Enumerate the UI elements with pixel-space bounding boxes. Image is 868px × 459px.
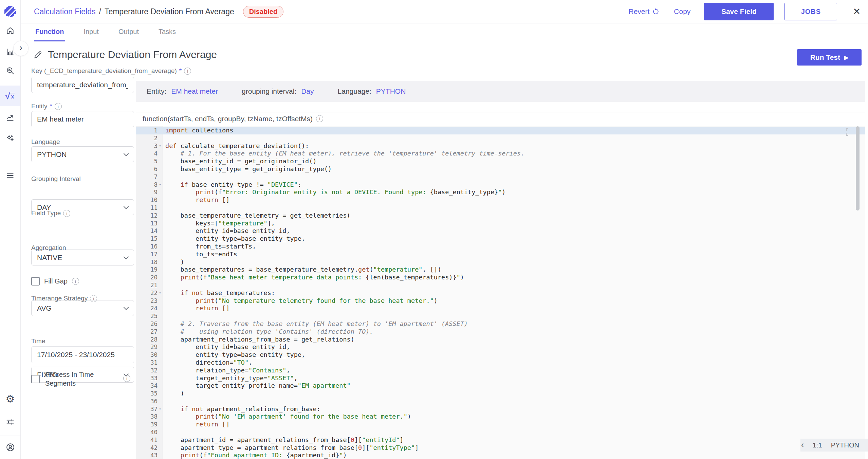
context-interval-value[interactable]: Day (301, 87, 314, 95)
code-line[interactable]: entity_id=base_entity_id, (163, 227, 865, 235)
code-line[interactable] (163, 173, 865, 181)
process-in-time-segments-checkbox[interactable] (31, 375, 40, 383)
search-pulse-icon[interactable] (0, 63, 20, 78)
copy-button[interactable]: Copy (674, 7, 690, 16)
code-line[interactable]: relation_type="Contains", (163, 367, 865, 374)
code-line[interactable]: apartment_relations_from_base = get_rela… (163, 336, 865, 344)
code-line[interactable]: print(f"Error: Originator entity is not … (163, 188, 865, 196)
menu-lines-icon[interactable] (0, 168, 20, 183)
code-line[interactable]: target_entity_type="ASSET", (163, 374, 865, 382)
code-line[interactable]: base_temperature_telemetry = get_telemet… (163, 212, 865, 220)
code-line[interactable]: print(f"Found apartment ID: {apartment_i… (163, 452, 865, 459)
line-number: 24 (150, 305, 158, 312)
editor-code[interactable]: import collections def calculate_tempera… (163, 126, 865, 459)
code-line[interactable]: ) (163, 258, 865, 266)
rail-divider (0, 21, 20, 21)
code-line[interactable]: base_temperatures = base_temperature_tel… (163, 266, 865, 274)
code-editor[interactable]: 123▾45678▾910111213141516171819202122▾23… (136, 126, 865, 459)
jobs-button[interactable]: JOBS (784, 3, 837, 20)
code-line[interactable]: base_entity_type = get_originator_type() (163, 165, 865, 173)
code-line[interactable]: # 1. For the base entity (EM heat meter)… (163, 150, 865, 158)
chevron-left-icon[interactable]: ‹ (801, 441, 804, 450)
code-line[interactable]: entity_type=base_entity_type, (163, 235, 865, 243)
fold-arrow-icon[interactable]: ▾ (158, 142, 163, 150)
code-line[interactable]: ) (163, 390, 865, 398)
close-icon[interactable]: ✕ (853, 6, 861, 17)
code-line[interactable]: def calculate_temperature_deviation(): (163, 142, 865, 150)
sparkles-icon[interactable] (0, 131, 20, 146)
code-line[interactable]: direction="TO", (163, 359, 865, 367)
tab-input[interactable]: Input (82, 24, 100, 41)
code-line[interactable]: apartment_type = apartment_relations_fro… (163, 444, 865, 452)
fold-arrow-icon[interactable]: ▾ (158, 405, 163, 413)
code-line[interactable]: import collections (163, 127, 865, 134)
key-input[interactable] (31, 77, 134, 93)
code-line[interactable]: return [] (163, 305, 865, 312)
info-icon[interactable] (55, 103, 62, 110)
code-line[interactable] (163, 428, 865, 436)
code-line[interactable]: print("No 'EM apartment' found for the b… (163, 413, 865, 421)
editor-scrollbar[interactable] (856, 126, 860, 210)
info-icon[interactable] (123, 375, 130, 382)
code-line[interactable]: return [] (163, 196, 865, 204)
fold-arrow-icon[interactable]: ▾ (158, 289, 163, 297)
save-field-button[interactable]: Save Field (704, 3, 774, 20)
field-type-select[interactable]: NATIVE (31, 250, 134, 265)
code-line[interactable]: return [] (163, 421, 865, 428)
code-line[interactable] (163, 134, 865, 142)
info-icon[interactable] (90, 295, 97, 302)
run-test-button[interactable]: Run Test ▶ (797, 49, 862, 66)
tab-output[interactable]: Output (117, 24, 140, 41)
context-language-value[interactable]: PYTHON (376, 87, 406, 95)
breadcrumb-parent-link[interactable]: Calculation Fields (34, 7, 96, 16)
info-icon[interactable] (316, 115, 323, 122)
home-icon[interactable] (0, 23, 20, 38)
tab-tasks[interactable]: Tasks (157, 24, 177, 41)
code-line[interactable] (163, 281, 865, 289)
time-field-label: Time (31, 337, 45, 345)
code-line[interactable] (163, 312, 865, 320)
code-line[interactable]: base_entity_id = get_originator_id() (163, 158, 865, 165)
code-line[interactable]: from_ts=startTs, (163, 243, 865, 251)
code-line[interactable]: if not apartment_relations_from_base: (163, 405, 865, 413)
fold-arrow-icon[interactable]: ▾ (158, 181, 163, 189)
info-icon[interactable] (63, 210, 70, 217)
language-select[interactable]: PYTHON (31, 146, 134, 162)
edit-pencil-icon[interactable] (33, 50, 42, 59)
title-row: Temperature Deviation From Average (33, 49, 217, 60)
time-range-input[interactable] (31, 346, 134, 363)
aggregation-select[interactable]: AVG (31, 300, 134, 316)
app-logo[interactable] (0, 4, 20, 19)
info-icon[interactable] (184, 68, 191, 75)
code-line[interactable]: if not base_temperatures: (163, 289, 865, 297)
user-avatar-icon[interactable] (0, 440, 20, 455)
sliders-icon[interactable] (0, 415, 20, 429)
trend-line-icon[interactable] (0, 110, 20, 125)
tab-function[interactable]: Function (34, 24, 65, 41)
field-type-label-text: Field Type (31, 209, 61, 217)
code-line[interactable] (163, 204, 865, 212)
context-entity-value[interactable]: EM heat meter (171, 87, 218, 95)
code-line[interactable]: print("No temperature telemetry found fo… (163, 297, 865, 305)
info-icon[interactable] (72, 278, 79, 285)
sqrt-function-icon[interactable]: √x (0, 89, 20, 104)
breadcrumb-current: Temperature Deviation From Average (105, 7, 234, 16)
code-line[interactable]: to_ts=endTs (163, 251, 865, 258)
code-line[interactable]: apartment_id = apartment_relations_from_… (163, 436, 865, 444)
code-line[interactable]: if base_entity_type != "DEVICE": (163, 181, 865, 189)
sidebar-expand-button[interactable]: › (13, 41, 29, 56)
code-line[interactable]: keys=["temperature"], (163, 220, 865, 227)
fullscreen-toggle-icon[interactable] (844, 127, 853, 137)
code-line[interactable]: entity_type=base_entity_type, (163, 351, 865, 359)
code-line[interactable]: # using relation type 'Contains' (direct… (163, 328, 865, 336)
code-line[interactable]: print(f"Base heat meter temperature data… (163, 274, 865, 281)
settings-gear-icon[interactable]: ⚙ (0, 391, 20, 406)
code-line[interactable]: entity_id=base_entity_id, (163, 343, 865, 351)
code-line[interactable]: target_entity_profile_name="EM apartment… (163, 382, 865, 390)
code-line[interactable] (163, 398, 865, 405)
code-line[interactable]: # 2. Traverse from the base entity (EM h… (163, 320, 865, 328)
entity-input[interactable] (31, 111, 134, 127)
fill-gap-checkbox[interactable] (31, 277, 40, 286)
key-label-text: Key (_ECD_temperature_deviation_from_ave… (31, 67, 177, 75)
revert-button[interactable]: Revert (628, 7, 660, 16)
